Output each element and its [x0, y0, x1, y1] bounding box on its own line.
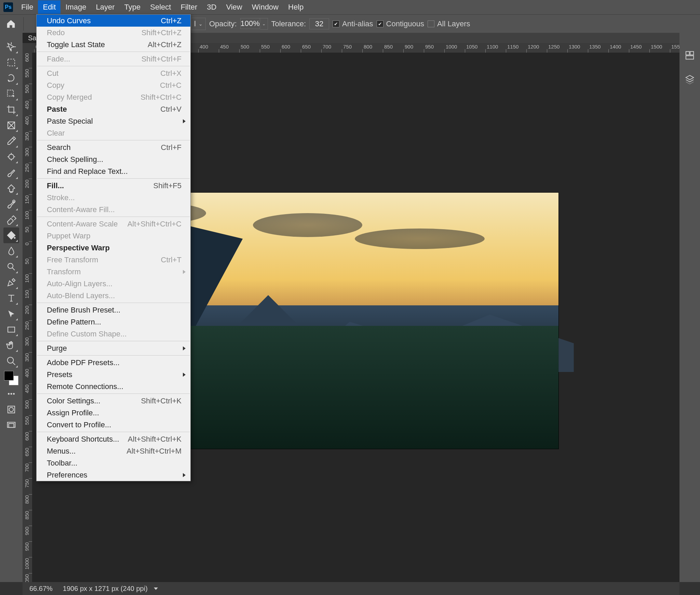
- submenu-arrow-icon: [183, 270, 186, 274]
- menu-image[interactable]: Image: [60, 0, 91, 14]
- menu-item-shortcut: Shift+Ctrl+K: [141, 397, 181, 405]
- menu-item-paste[interactable]: PasteCtrl+V: [37, 103, 190, 115]
- menu-separator: [37, 355, 190, 356]
- menu-item-purge[interactable]: Purge: [37, 342, 190, 354]
- menu-item-fill[interactable]: Fill...Shift+F5: [37, 180, 190, 192]
- menu-item-find-and-replace-text[interactable]: Find and Replace Text...: [37, 165, 190, 177]
- menu-item-preferences[interactable]: Preferences: [37, 469, 190, 481]
- antialias-checkbox[interactable]: ✔ Anti-alias: [333, 19, 373, 28]
- tool-path-select[interactable]: [3, 306, 19, 322]
- ruler-vertical[interactable]: 6005505004504003503002502001501005005010…: [23, 53, 32, 582]
- menu-separator: [37, 303, 190, 303]
- layers-panel-icon[interactable]: [682, 72, 697, 87]
- flyout-indicator-icon: [16, 334, 18, 336]
- menu-window[interactable]: Window: [247, 0, 283, 14]
- antialias-label: Anti-alias: [342, 19, 373, 28]
- edit-menu-dropdown: Undo CurvesCtrl+ZRedoShift+Ctrl+ZToggle …: [36, 14, 191, 481]
- menu-item-remote-connections[interactable]: Remote Connections...: [37, 380, 190, 392]
- menu-3d[interactable]: 3D: [202, 0, 221, 14]
- menu-file[interactable]: File: [16, 0, 38, 14]
- menu-item-shortcut: Alt+Shift+Ctrl+M: [126, 447, 181, 456]
- zoom-level[interactable]: 66.67%: [29, 585, 53, 593]
- menu-item-define-pattern[interactable]: Define Pattern...: [37, 316, 190, 328]
- tool-eraser[interactable]: [3, 212, 19, 227]
- status-bar: 66.67% 1906 px x 1271 px (240 ppi): [23, 582, 679, 595]
- tool-history-brush[interactable]: [3, 196, 19, 212]
- flyout-indicator-icon: [16, 255, 18, 258]
- tool-dodge[interactable]: [3, 259, 19, 275]
- tool-rectangle[interactable]: [3, 322, 19, 337]
- svg-point-8: [8, 357, 14, 363]
- menu-item-keyboard-shortcuts[interactable]: Keyboard Shortcuts...Alt+Shift+Ctrl+K: [37, 433, 190, 445]
- tool-eyedropper[interactable]: [3, 133, 19, 149]
- contiguous-checkbox[interactable]: ✔ Contiguous: [377, 19, 424, 28]
- menu-item-menus[interactable]: Menus...Alt+Shift+Ctrl+M: [37, 445, 190, 457]
- tool-brush[interactable]: [3, 165, 19, 180]
- menu-item-search[interactable]: SearchCtrl+F: [37, 141, 190, 153]
- menu-item-define-brush-preset[interactable]: Define Brush Preset...: [37, 304, 190, 316]
- tool-pen[interactable]: [3, 275, 19, 290]
- menu-help[interactable]: Help: [283, 0, 308, 14]
- flyout-indicator-icon: [16, 208, 18, 210]
- tool-quick-mask[interactable]: [3, 402, 19, 417]
- menu-item-check-spelling[interactable]: Check Spelling...: [37, 153, 190, 165]
- menu-item-label: Content-Aware Scale: [47, 220, 127, 229]
- menu-select[interactable]: Select: [145, 0, 176, 14]
- menu-layer[interactable]: Layer: [91, 0, 120, 14]
- menu-item-cut: CutCtrl+X: [37, 67, 190, 79]
- tool-blur[interactable]: [3, 243, 19, 259]
- menu-item-undo-curves[interactable]: Undo CurvesCtrl+Z: [37, 15, 190, 27]
- tool-object-select[interactable]: [3, 86, 19, 102]
- flyout-indicator-icon: [16, 350, 18, 352]
- tool-hand[interactable]: [3, 337, 19, 353]
- menu-item-toggle-last-state[interactable]: Toggle Last StateAlt+Ctrl+Z: [37, 39, 190, 51]
- document-info[interactable]: 1906 px x 1271 px (240 ppi): [63, 585, 148, 593]
- tool-type[interactable]: [3, 290, 19, 306]
- check-icon: ✔: [333, 20, 339, 27]
- home-button[interactable]: [2, 15, 20, 33]
- tool-lasso[interactable]: [3, 70, 19, 86]
- menu-item-label: Assign Profile...: [47, 409, 181, 417]
- tolerance-input[interactable]: 32: [309, 18, 329, 29]
- menu-item-shortcut: Alt+Ctrl+Z: [148, 40, 181, 49]
- menu-item-toolbar[interactable]: Toolbar...: [37, 457, 190, 469]
- tool-edit-toolbar[interactable]: [3, 386, 19, 402]
- menu-item-presets[interactable]: Presets: [37, 369, 190, 380]
- menu-edit[interactable]: Edit: [38, 0, 60, 14]
- alllayers-checkbox[interactable]: All Layers: [428, 19, 470, 28]
- mode-dropdown[interactable]: l ⌄: [191, 18, 206, 30]
- tool-crop[interactable]: [3, 102, 19, 117]
- tool-zoom[interactable]: [3, 353, 19, 369]
- menu-item-color-settings[interactable]: Color Settings...Shift+Ctrl+K: [37, 395, 190, 407]
- tool-frame[interactable]: [3, 117, 19, 133]
- tool-marquee[interactable]: [3, 55, 19, 70]
- opacity-chevron-icon[interactable]: ⌄: [260, 18, 268, 30]
- tool-paint-bucket[interactable]: [3, 227, 19, 243]
- tool-move[interactable]: [3, 39, 19, 55]
- separator: [23, 17, 24, 31]
- menu-separator: [37, 178, 190, 179]
- menu-view[interactable]: View: [221, 0, 247, 14]
- tool-screen-mode[interactable]: [3, 417, 19, 433]
- foreground-background-swatch[interactable]: [3, 370, 19, 386]
- submenu-arrow-icon: [183, 473, 186, 477]
- menu-filter[interactable]: Filter: [176, 0, 202, 14]
- menu-item-convert-to-profile[interactable]: Convert to Profile...: [37, 419, 190, 431]
- tool-spot-heal[interactable]: [3, 149, 19, 165]
- foreground-color-swatch[interactable]: [4, 371, 14, 380]
- menu-item-paste-special[interactable]: Paste Special: [37, 115, 190, 127]
- tool-clone[interactable]: [3, 180, 19, 196]
- opacity-value[interactable]: 100%: [240, 18, 260, 29]
- menu-separator: [37, 217, 190, 217]
- properties-panel-icon[interactable]: [682, 48, 697, 63]
- menu-item-adobe-pdf-presets[interactable]: Adobe PDF Presets...: [37, 357, 190, 369]
- flyout-indicator-icon: [16, 161, 18, 163]
- menu-item-assign-profile[interactable]: Assign Profile...: [37, 407, 190, 419]
- flyout-indicator-icon: [16, 193, 18, 195]
- menu-item-perspective-warp[interactable]: Perspective Warp: [37, 242, 190, 254]
- status-menu-chevron-icon[interactable]: [154, 587, 158, 590]
- menu-item-label: Menus...: [47, 447, 126, 456]
- ruler-origin[interactable]: [23, 43, 32, 53]
- menu-item-shortcut: Shift+Ctrl+Z: [142, 28, 181, 37]
- menu-type[interactable]: Type: [120, 0, 146, 14]
